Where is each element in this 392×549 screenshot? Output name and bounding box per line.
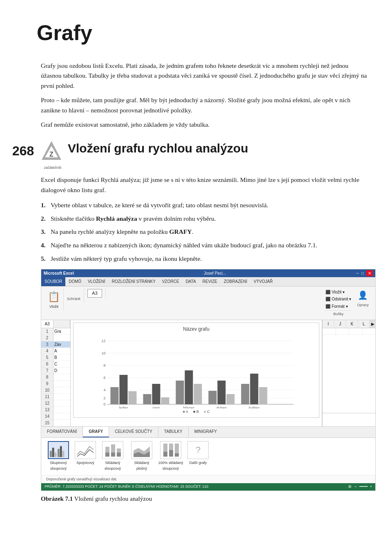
qa-option-spojnicovy[interactable]: Spojnicový (75, 441, 96, 466)
zoom-slider[interactable]: ━━━━ (359, 484, 368, 490)
step-1: 1. Vyberte oblast v tabulce, ze které se… (41, 200, 368, 211)
qa-option-100-sl[interactable]: 100% skládaný sloupcový (158, 441, 183, 472)
qa-option-skladany-pl[interactable]: Skládaný plošný (129, 441, 154, 472)
svg-text:12: 12 (101, 339, 105, 343)
row-2: 2 (41, 335, 53, 341)
right-cols-panel: I J K L ▶ (322, 320, 375, 426)
tab-domu[interactable]: DOMŮ (65, 277, 85, 286)
spojnicovy-icon (76, 442, 94, 458)
excel-status-bar: PRŮMĚR: 7,333333333 POČET: 24 POČET BUNĚ… (41, 483, 375, 491)
cell-a13 (53, 407, 70, 413)
upravy-group: 👤 Úpravy (354, 288, 372, 309)
tab-vzorce[interactable]: VZORCE (159, 277, 183, 286)
tab-data[interactable]: DATA (183, 277, 199, 286)
maximize-icon[interactable]: □ (361, 270, 364, 277)
format-btn[interactable]: ⬛ Formát ▾ (325, 303, 351, 310)
cell-a6[interactable]: C (53, 361, 70, 367)
row-3: 3 (41, 341, 53, 348)
intro-text-1: Grafy jsou ozdobou listů Excelu. Platí z… (41, 61, 368, 130)
svg-text:4: 4 (103, 388, 105, 392)
qa-option-skupinovy[interactable]: Skupinový sloupcový (46, 441, 71, 472)
svg-rect-44 (105, 453, 109, 457)
tab-vyvojar[interactable]: VÝVOJÁŘ (250, 277, 276, 286)
row-12: 12 (41, 400, 53, 407)
tab-rozlozeni[interactable]: ROZLOŽENÍ STRÁNKY (109, 277, 159, 286)
grid-view-icon[interactable]: ⊞ (348, 484, 352, 490)
delete-icon: ⬛ (325, 296, 330, 303)
scroll-right-icon[interactable]: ▶ (370, 320, 375, 328)
tab-vlozeni[interactable]: VLOŽENÍ (85, 277, 109, 286)
svg-rect-31 (259, 387, 267, 404)
col-i-header: I (323, 320, 334, 328)
odstranit-btn[interactable]: ⬛ Odstranit ▾ (325, 296, 351, 303)
qa-tab-tabulky[interactable]: TABULKY (158, 427, 189, 437)
tab-soubor[interactable]: SOUBOR (41, 277, 65, 286)
cell-a1[interactable]: Gra (53, 328, 70, 335)
chart-svg: 12 10 8 6 4 2 0 (78, 335, 315, 408)
qa-options-row: Skupinový sloupcový Spojnicový (41, 438, 375, 475)
col-j-header: J (334, 320, 346, 328)
svg-text:0: 0 (103, 402, 105, 406)
svg-rect-23 (176, 381, 184, 404)
close-icon[interactable]: ✕ (366, 270, 373, 277)
tab-zobrazeni[interactable]: ZOBRAZENÍ (220, 277, 250, 286)
svg-text:2: 2 (103, 396, 105, 400)
row-11: 11 (41, 394, 53, 400)
chart-legend: ■ A ■ B ■ C (78, 409, 315, 415)
minimize-icon[interactable]: ─ (356, 270, 359, 277)
svg-rect-53 (169, 444, 173, 450)
vlozit-button[interactable]: 📋 Vložit (45, 288, 64, 311)
vlozit-cells-btn[interactable]: ⬛ Vložit ▾ (325, 289, 351, 296)
svg-rect-56 (175, 453, 179, 457)
svg-text:8: 8 (103, 363, 105, 367)
step-4-text: Najeďte na některou z nabízených ikon; d… (51, 240, 368, 251)
step-2: 2. Stiskněte tlačítko Rychlá analýza v p… (41, 214, 368, 224)
skladany-pl-icon (133, 442, 151, 458)
qa-option-dalsi[interactable]: ? Další grafy (187, 441, 209, 466)
plus-icon[interactable]: + (370, 484, 372, 490)
status-view-icons: ⊞ ─ ━━━━ + (348, 484, 372, 490)
cell-a3[interactable]: Záv (53, 341, 70, 348)
minus-icon[interactable]: ─ (354, 484, 356, 490)
svg-rect-28 (227, 394, 235, 404)
page-title: Grafy (37, 16, 368, 49)
skupinovy-chart-icon (50, 443, 67, 457)
qa-tab-minigrafy[interactable]: MINIGRAFY (189, 427, 223, 437)
cells-group: ⬛ Vložit ▾ ⬛ Odstranit ▾ ⬛ Formát ▾ Buňk… (323, 288, 354, 318)
svg-rect-52 (163, 452, 167, 457)
svg-rect-43 (105, 447, 109, 453)
steps-list: 1. Vyberte oblast v tabulce, ze které se… (41, 200, 368, 264)
chart-box: Název grafu 12 10 8 6 4 2 0 (73, 323, 319, 418)
beginner-icon-container: Z začátečník (41, 139, 65, 171)
svg-rect-39 (54, 452, 56, 457)
svg-rect-29 (241, 384, 249, 404)
step-3-num: 3. (41, 227, 51, 237)
right-row-1 (323, 328, 375, 335)
qa-footer: Doporučené grafy usnadňují vizualizaci d… (41, 475, 375, 484)
qa-tab-celkove[interactable]: CELKOVÉ SOUČTY (109, 427, 158, 437)
cell-a4[interactable]: A (53, 348, 70, 354)
step-4: 4. Najeďte na některou z nabízených ikon… (41, 240, 368, 251)
excel-user: Josef Peci... (204, 270, 226, 277)
svg-rect-25 (194, 384, 202, 404)
cell-a8 (53, 374, 70, 381)
cells-group-label: Buňky (325, 310, 351, 317)
svg-text:květen: květen (249, 406, 260, 408)
col-l-header: L (358, 320, 370, 328)
svg-rect-37 (50, 451, 52, 457)
cell-a7[interactable]: D (53, 367, 70, 374)
name-box-cell[interactable]: A3 (41, 320, 53, 328)
svg-rect-47 (117, 448, 121, 453)
qa-tab-grafy[interactable]: GRAFY (83, 427, 109, 437)
svg-rect-20 (143, 394, 151, 404)
qa-option-skladany-sl[interactable]: Skládaný sloupcový (100, 441, 125, 472)
svg-rect-22 (161, 397, 169, 404)
format-icon: ⬛ (325, 303, 330, 310)
qa-tab-formatovani[interactable]: FORMÁTOVÁNÍ (41, 427, 83, 437)
tab-revize[interactable]: REVIZE (199, 277, 220, 286)
row-9: 9 (41, 381, 53, 387)
cell-a5[interactable]: B (53, 354, 70, 361)
row-numbers-col: A3 1 2 3 4 5 6 7 8 9 10 11 12 13 14 15 (41, 320, 53, 426)
svg-text:leden: leden (119, 406, 128, 408)
svg-rect-46 (111, 453, 115, 457)
